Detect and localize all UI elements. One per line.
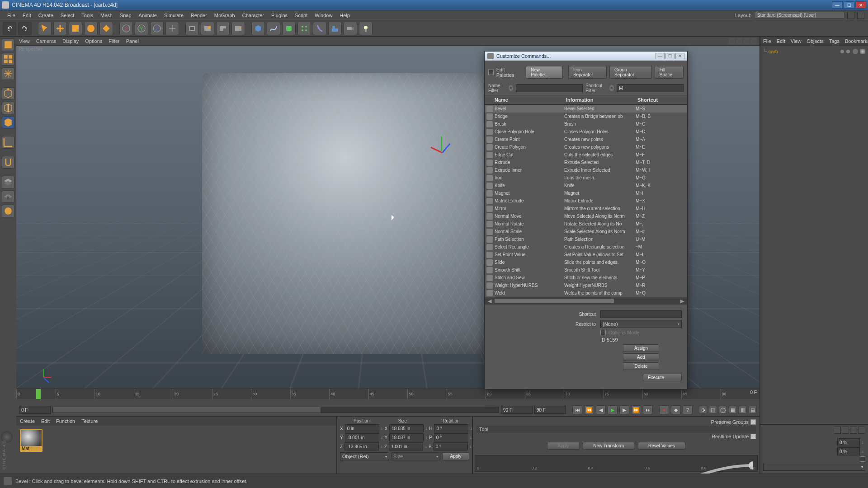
command-row[interactable]: Mirror Mirrors the current selection M~H — [485, 205, 687, 212]
psr-size-input[interactable] — [389, 433, 424, 441]
keyframe-button[interactable]: ? — [683, 405, 693, 414]
menu-simulate[interactable]: Simulate — [160, 12, 187, 19]
redo-button[interactable] — [18, 22, 32, 35]
command-row[interactable]: Path Selection Path Selection U~M — [485, 235, 687, 243]
render-settings[interactable] — [216, 22, 230, 35]
layout-icon-2[interactable] — [857, 12, 864, 19]
vp-nav-icon-2[interactable] — [736, 38, 742, 44]
axis-mode[interactable] — [2, 136, 14, 149]
om-tab-view[interactable]: View — [791, 38, 802, 44]
psr-position-input[interactable] — [344, 442, 379, 450]
command-row[interactable]: Edge Cut Cuts the selected edges M~F — [485, 151, 687, 159]
menu-create[interactable]: Create — [35, 12, 57, 19]
attr-nav-up[interactable] — [850, 427, 857, 434]
command-row[interactable]: Extrude Inner Extrude Inner Selected M~W… — [485, 166, 687, 174]
x-axis-lock[interactable]: X — [119, 22, 133, 35]
mat-tab-texture[interactable]: Texture — [81, 418, 98, 424]
om-tab-tags[interactable]: Tags — [829, 38, 840, 44]
add-button[interactable]: Add — [623, 353, 659, 361]
attr-pct-1[interactable] — [837, 438, 860, 446]
group-separator-button[interactable]: Group Separator — [609, 66, 652, 79]
z-axis-lock[interactable]: Z — [150, 22, 164, 35]
last-tool[interactable] — [99, 22, 113, 35]
psr-rotation-input[interactable] — [434, 433, 468, 441]
menu-tools[interactable]: Tools — [78, 12, 97, 19]
point-mode[interactable] — [2, 87, 14, 100]
assign-button[interactable]: Assign — [623, 344, 659, 352]
menu-window[interactable]: Window — [311, 12, 336, 19]
menu-animate[interactable]: Animate — [135, 12, 160, 19]
step-forward[interactable]: ▶ — [619, 405, 629, 414]
object-manager[interactable]: └ carb — [760, 46, 868, 57]
locked-workplane[interactable] — [2, 190, 14, 203]
new-palette-button[interactable]: New Palette... — [526, 66, 563, 79]
gizmo-z-axis[interactable] — [442, 143, 450, 153]
bevel-curve-editor[interactable]: 0 0.2 0.4 0.6 0.8 1.0 — [475, 455, 758, 472]
command-row[interactable]: Normal Rotate Rotate Selected Along its … — [485, 220, 687, 228]
vp-menu-panel[interactable]: Panel — [126, 38, 139, 44]
vp-menu-filter[interactable]: Filter — [108, 38, 119, 44]
spline-tool[interactable] — [267, 22, 280, 35]
attr-mode-icon[interactable] — [858, 427, 865, 434]
shortcut-filter-input[interactable] — [617, 84, 684, 92]
options-mode-check[interactable] — [600, 330, 606, 335]
deformer-tool[interactable] — [313, 22, 326, 35]
picture-viewer[interactable] — [231, 22, 245, 35]
shortcut-field[interactable] — [600, 310, 682, 318]
om-tab-objects[interactable]: Objects — [807, 38, 823, 44]
object-item[interactable]: └ carb — [763, 48, 865, 55]
realtime-update-check[interactable]: ✓ — [750, 434, 756, 439]
live-select-tool[interactable] — [38, 22, 52, 35]
make-editable[interactable] — [2, 38, 14, 51]
vp-nav-icon-3[interactable] — [743, 38, 750, 44]
command-row[interactable]: Normal Move Move Selected Along its Norm… — [485, 212, 687, 220]
coord-system[interactable] — [165, 22, 179, 35]
move-tool[interactable] — [53, 22, 67, 35]
vp-menu-cameras[interactable]: Cameras — [36, 38, 57, 44]
psr-size-input[interactable] — [389, 442, 423, 450]
reset-values-button[interactable]: Reset Values — [638, 442, 685, 450]
material-swatch[interactable]: Mat — [20, 429, 42, 452]
mat-tab-create[interactable]: Create — [20, 418, 35, 424]
menu-edit[interactable]: Edit — [19, 12, 35, 19]
menu-render[interactable]: Render — [187, 12, 211, 19]
goto-end[interactable]: ⏭ — [643, 405, 653, 414]
rotate-tool[interactable] — [84, 22, 98, 35]
execute-button[interactable]: Execute — [643, 374, 682, 381]
name-filter-input[interactable] — [516, 84, 583, 92]
planar-workplane[interactable] — [2, 205, 14, 217]
nurbs-tool[interactable] — [282, 22, 296, 35]
command-row[interactable]: Create Point Creates new points M~A — [485, 136, 687, 143]
command-row[interactable]: Magnet Magnet M~I — [485, 189, 687, 197]
command-row[interactable]: Knife Knife M~K, K — [485, 182, 687, 189]
command-row[interactable]: Normal Scale Scale Selected Along its No… — [485, 228, 687, 235]
key-scale[interactable]: ◫ — [709, 406, 717, 414]
window-maximize[interactable]: ☐ — [844, 1, 854, 9]
workplane-toggle[interactable] — [2, 176, 14, 188]
vp-menu-display[interactable]: Display — [62, 38, 79, 44]
psr-mode-dropdown[interactable]: Object (Rel) — [340, 452, 389, 460]
command-row[interactable]: Matrix Extrude Matrix Extrude M~X — [485, 197, 687, 205]
command-row[interactable]: Brush Brush M~C — [485, 120, 687, 128]
render-view[interactable] — [185, 22, 199, 35]
vp-menu-view[interactable]: View — [19, 38, 30, 44]
snap-toggle[interactable] — [2, 156, 14, 169]
polygon-mode[interactable] — [2, 116, 14, 129]
menu-character[interactable]: Character — [239, 12, 268, 19]
menu-help[interactable]: Help — [336, 12, 354, 19]
light-tool[interactable] — [359, 22, 373, 35]
record-button[interactable]: ● — [659, 405, 669, 414]
menu-plugins[interactable]: Plugins — [268, 12, 291, 19]
menu-select[interactable]: Select — [57, 12, 78, 19]
array-tool[interactable] — [297, 22, 311, 35]
om-tab-file[interactable]: File — [763, 38, 771, 44]
command-table[interactable]: Bevel Bevel Selected M~S Bridge Creates … — [485, 105, 687, 297]
model-mode[interactable] — [2, 53, 14, 66]
menu-file[interactable]: File — [4, 12, 19, 19]
step-back[interactable]: ◀ — [596, 405, 606, 414]
undo-button[interactable] — [3, 22, 16, 35]
environment-tool[interactable] — [328, 22, 342, 35]
texture-mode[interactable] — [2, 67, 14, 80]
menu-script[interactable]: Script — [291, 12, 311, 19]
command-row[interactable]: Close Polygon Hole Closes Polygon Holes … — [485, 128, 687, 136]
